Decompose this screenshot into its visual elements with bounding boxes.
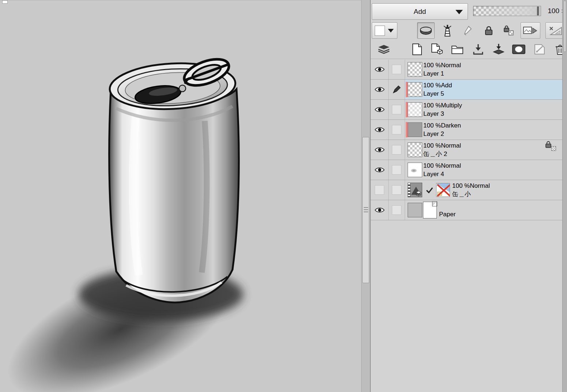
- can-drawing[interactable]: [0, 0, 361, 392]
- new-raster-layer-button[interactable]: [408, 41, 426, 58]
- opacity-value[interactable]: 100: [542, 6, 559, 16]
- scrollbar-thumb[interactable]: [362, 137, 369, 283]
- reference-layer-button[interactable]: [439, 22, 456, 39]
- create-layer-mask-button[interactable]: [510, 41, 528, 58]
- layer-opacity: 100 %: [423, 102, 441, 109]
- layer-opacity: 100 %: [423, 142, 441, 149]
- blend-mode-select[interactable]: Add: [372, 3, 468, 20]
- apply-mask-button[interactable]: [531, 41, 548, 58]
- layer-mode: Normal: [470, 182, 490, 189]
- indicator-placeholder: [392, 205, 401, 215]
- layer-opacity: 100 %: [423, 82, 441, 89]
- enable-mask-button[interactable]: [521, 22, 540, 39]
- layer-row-layer1[interactable]: 100 %Normal Layer 1: [371, 60, 563, 80]
- layer-color-combo[interactable]: [372, 22, 397, 39]
- eye-icon: [375, 167, 385, 173]
- 3d-material-thumbnail[interactable]: [408, 183, 422, 197]
- apply-mask-icon: [534, 43, 545, 55]
- paper-color-thumbnail[interactable]: [408, 203, 422, 217]
- visibility-toggle[interactable]: [371, 140, 389, 160]
- edit-indicator-cell[interactable]: [389, 120, 405, 140]
- clip-at-layer-below-button[interactable]: [417, 22, 435, 39]
- search-layers-button[interactable]: [375, 41, 393, 58]
- layer-content[interactable]: 100 %Normal Layer 4: [405, 160, 563, 180]
- edit-indicator-cell[interactable]: [389, 60, 405, 79]
- new-vector-layer-button[interactable]: [428, 41, 446, 58]
- indicator-placeholder: [392, 165, 401, 175]
- edit-indicator-cell[interactable]: [389, 200, 405, 220]
- page-fold: [432, 202, 437, 206]
- layer-row-kan-small-2[interactable]: 100 %Normal 缶＿小 2: [371, 140, 563, 160]
- visibility-toggle[interactable]: [371, 120, 389, 140]
- layer-row-layer5[interactable]: 100 %Add Layer 5: [371, 80, 563, 100]
- indicator-placeholder: [392, 105, 401, 114]
- edit-indicator-cell[interactable]: [389, 140, 405, 160]
- canvas-vertical-scrollbar[interactable]: [361, 0, 370, 392]
- layer-mask-icon: [512, 44, 525, 54]
- clip-at-layer-below-icon: [419, 26, 432, 35]
- layer-name: Layer 4: [423, 170, 461, 178]
- layer-lock-badge: [545, 141, 556, 153]
- layer-mode: Add: [441, 82, 452, 89]
- hidden-eye-placeholder: [375, 185, 384, 195]
- slider-handle[interactable]: [537, 7, 539, 15]
- layer-name: 缶＿小: [452, 190, 490, 198]
- layer-name: Layer 5: [423, 90, 452, 98]
- layer-stack-icon: [378, 45, 390, 54]
- layer-row-layer4[interactable]: 100 %Normal Layer 4: [371, 160, 563, 180]
- eye-icon: [375, 126, 385, 133]
- scrollbar-grip: [364, 209, 368, 210]
- layer-name: Layer 3: [423, 110, 462, 118]
- indicator-placeholder: [392, 145, 401, 155]
- layer-row-layer2[interactable]: 100 %Darken Layer 2: [371, 120, 563, 140]
- layer-content[interactable]: 100 %Darken Layer 2: [405, 120, 563, 140]
- edit-indicator-cell[interactable]: [389, 100, 405, 119]
- draft-layer-button[interactable]: [460, 22, 477, 39]
- visibility-toggle[interactable]: [371, 180, 389, 200]
- layer-thumbnail[interactable]: [408, 62, 422, 77]
- transfer-to-lower-button[interactable]: [469, 41, 487, 58]
- layer-thumbnail[interactable]: [408, 122, 422, 137]
- new-folder-button[interactable]: [449, 41, 466, 58]
- layer-row-paper[interactable]: Paper: [371, 200, 563, 220]
- panel-scrollbar[interactable]: [562, 0, 567, 392]
- layer-name: Paper: [439, 210, 456, 218]
- disabled-mask-thumbnail[interactable]: [436, 183, 450, 197]
- layer-content[interactable]: 100 %Add Layer 5: [405, 80, 563, 99]
- lock-transparent-pixels-button[interactable]: [500, 22, 518, 39]
- panel-scrollbar-thumb[interactable]: [563, 1, 566, 52]
- edit-indicator-cell[interactable]: [389, 180, 405, 200]
- layer-row-layer3[interactable]: 100 %Multiply Layer 3: [371, 100, 563, 120]
- lock-layer-button[interactable]: [480, 22, 498, 39]
- pen-edit-icon: [392, 85, 401, 94]
- edit-indicator-cell[interactable]: [389, 80, 405, 99]
- layer-opacity: 100 %: [423, 162, 441, 169]
- layer-content[interactable]: Paper: [405, 200, 563, 220]
- merge-with-lower-button[interactable]: [490, 41, 507, 58]
- layer-content[interactable]: 100 %Normal 缶＿小: [405, 180, 563, 200]
- layer-thumbnail[interactable]: [408, 163, 422, 177]
- eye-icon: [375, 146, 385, 153]
- visibility-toggle[interactable]: [371, 160, 389, 180]
- visibility-toggle[interactable]: [371, 100, 389, 119]
- eye-icon: [375, 86, 385, 93]
- layer-content[interactable]: 100 %Multiply Layer 3: [405, 100, 563, 119]
- new-layer-icon: [412, 43, 422, 56]
- layer-thumbnail[interactable]: [408, 82, 422, 97]
- edit-indicator-cell[interactable]: [389, 160, 405, 180]
- layer-row-kan-small[interactable]: 100 %Normal 缶＿小: [371, 180, 563, 200]
- layer-panel: Add 100: [370, 0, 562, 392]
- draft-pen-icon: [464, 26, 473, 36]
- layer-thumbnail[interactable]: [408, 142, 422, 157]
- layer-content[interactable]: 100 %Normal Layer 1: [405, 60, 563, 79]
- visibility-toggle[interactable]: [371, 60, 389, 79]
- canvas[interactable]: [0, 0, 361, 392]
- layer-name: Layer 2: [423, 130, 461, 138]
- visibility-toggle[interactable]: [371, 80, 389, 99]
- visibility-toggle[interactable]: [371, 200, 389, 220]
- lock-icon: [545, 141, 552, 148]
- layer-content[interactable]: 100 %Normal 缶＿小 2: [405, 140, 563, 160]
- layer-opacity: 100 %: [423, 62, 441, 69]
- opacity-slider[interactable]: [473, 6, 541, 16]
- layer-thumbnail[interactable]: [408, 102, 422, 117]
